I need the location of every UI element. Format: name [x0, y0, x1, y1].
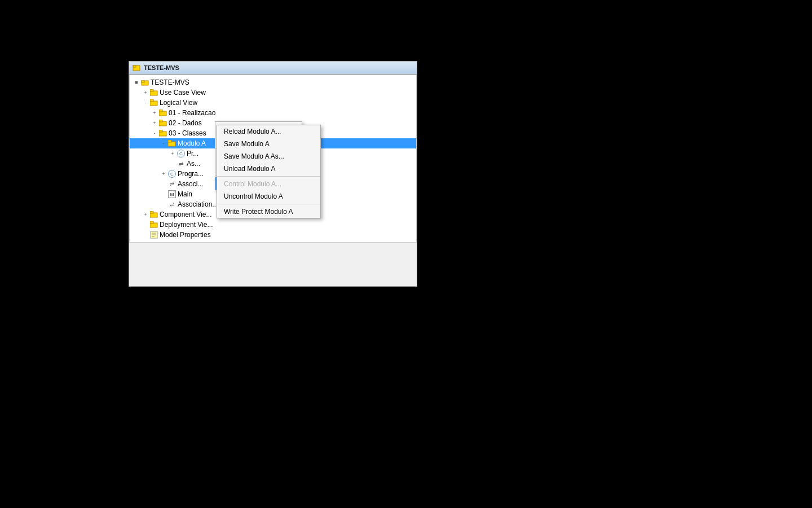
svg-rect-7	[150, 99, 153, 102]
expand-use-case[interactable]: +	[141, 88, 150, 97]
svg-rect-11	[159, 120, 162, 122]
svg-rect-3	[142, 81, 144, 82]
submenu-divider-1	[217, 176, 320, 177]
expand-classes[interactable]: -	[150, 129, 159, 138]
app-window: TESTE-MVS ■ TESTE-MVS + Use Case View -	[129, 61, 417, 287]
modulo-a-label: Modulo A	[178, 139, 206, 147]
uncontrol-label: Uncontrol Modulo A	[224, 192, 283, 200]
submenu-save-as[interactable]: Save Modulo A As...	[217, 150, 320, 163]
expand-root[interactable]: ■	[132, 78, 141, 87]
units-submenu: Reload Modulo A... Save Modulo A Save Mo…	[217, 125, 321, 218]
dados-label: 02 - Dados	[169, 119, 202, 127]
svg-rect-15	[168, 140, 171, 142]
class-icon-program: C	[168, 170, 176, 178]
svg-rect-19	[150, 221, 153, 224]
use-case-view-label: Use Case View	[160, 89, 206, 97]
component-view-label: Component Vie...	[160, 211, 212, 218]
svg-rect-17	[150, 211, 153, 213]
folder-icon-use-case	[150, 89, 158, 96]
expand-assoc3[interactable]	[159, 200, 168, 209]
save-label: Save Modulo A	[224, 140, 270, 148]
class-icon-1: C	[177, 150, 185, 157]
window-title: TESTE-MVS	[144, 64, 179, 71]
classes-label: 03 - Classes	[169, 129, 206, 137]
folder-icon-modulo-a	[168, 140, 176, 147]
app-icon	[133, 64, 140, 72]
expand-dados[interactable]: +	[150, 119, 159, 128]
control-label: Control Modulo A...	[224, 180, 281, 188]
tree-realizacao[interactable]: + 01 - Realizacao	[130, 108, 416, 118]
tree-use-case-view[interactable]: + Use Case View	[130, 87, 416, 98]
class1-label: Pr...	[187, 150, 198, 157]
expand-realizacao[interactable]: +	[150, 108, 159, 117]
reload-label: Reload Modulo A...	[224, 128, 281, 135]
svg-rect-1	[133, 65, 136, 67]
tree-deployment-view[interactable]: Deployment Vie...	[130, 220, 416, 230]
program-label: Progra...	[178, 170, 204, 178]
deployment-view-label: Deployment Vie...	[160, 221, 213, 229]
root-icon	[141, 78, 149, 86]
assoc-icon-2: ⇌	[168, 180, 176, 188]
title-bar: TESTE-MVS	[129, 62, 417, 75]
expand-assoc2[interactable]	[159, 179, 168, 189]
model-props-icon	[150, 231, 158, 239]
model-properties-label: Model Properties	[160, 231, 211, 239]
folder-icon-deployment	[150, 221, 158, 228]
assoc1-label: As...	[187, 160, 200, 168]
tree-logical-view[interactable]: - Logical View	[130, 98, 416, 108]
submenu-unload[interactable]: Unload Modulo A	[217, 163, 320, 175]
tree-root[interactable]: ■ TESTE-MVS	[130, 77, 416, 87]
submenu-save[interactable]: Save Modulo A	[217, 138, 320, 150]
write-protect-label: Write Protect Modulo A	[224, 208, 293, 216]
submenu-reload[interactable]: Reload Modulo A...	[217, 125, 320, 138]
folder-icon-realizacao	[159, 110, 167, 116]
folder-icon-classes	[159, 130, 167, 137]
expand-class1[interactable]: +	[168, 149, 177, 158]
submenu-uncontrol[interactable]: Uncontrol Modulo A	[217, 190, 320, 203]
svg-rect-5	[150, 89, 153, 91]
assoc3-label: Association...	[178, 200, 218, 208]
unload-label: Unload Modulo A	[224, 165, 275, 173]
expand-model-props[interactable]	[141, 230, 150, 239]
tree-model-properties[interactable]: Model Properties	[130, 230, 416, 240]
main-label: Main	[178, 190, 192, 198]
logical-view-label: Logical View	[160, 99, 197, 107]
assoc2-label: Associ...	[178, 180, 203, 188]
expand-component[interactable]: +	[141, 210, 150, 219]
expand-modulo-a[interactable]: -	[159, 139, 168, 148]
folder-icon-dados	[159, 120, 167, 126]
folder-icon-component	[150, 211, 158, 218]
tree-root-label: TESTE-MVS	[151, 78, 189, 86]
svg-rect-13	[159, 130, 162, 132]
expand-deployment[interactable]	[141, 220, 150, 229]
realizacao-label: 01 - Realizacao	[169, 109, 215, 117]
expand-main[interactable]	[159, 190, 168, 199]
svg-rect-9	[159, 110, 162, 112]
submenu-write-protect[interactable]: Write Protect Modulo A	[217, 205, 320, 218]
submenu-control: Control Modulo A...	[217, 178, 320, 190]
save-as-label: Save Modulo A As...	[224, 152, 284, 160]
expand-logical[interactable]: -	[141, 98, 150, 107]
assoc-icon-1: ⇌	[177, 160, 185, 168]
expand-assoc1[interactable]	[168, 159, 177, 168]
main-icon: M	[168, 190, 176, 198]
folder-icon-logical	[150, 99, 158, 106]
expand-program[interactable]: +	[159, 169, 168, 178]
assoc-icon-3: ⇌	[168, 200, 176, 208]
submenu-divider-2	[217, 204, 320, 204]
